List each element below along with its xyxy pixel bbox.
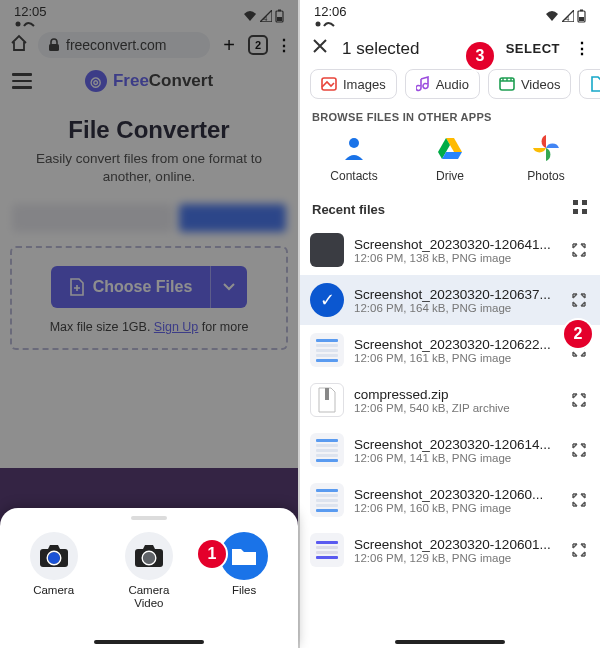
chip-documents[interactable]: Do [579,69,600,99]
status-bar: 12:05 4 [0,0,298,28]
sign-up-link[interactable]: Sign Up [154,320,198,334]
url-text: freeconvert.com [66,37,166,53]
folder-icon [230,545,258,567]
svg-rect-24 [325,388,329,400]
expand-icon[interactable] [568,392,590,408]
svg-rect-22 [573,209,578,214]
filter-chips: Images Audio Videos Do [300,69,600,109]
svg-point-7 [48,552,60,564]
camera-icon [39,544,69,568]
url-pill[interactable]: freeconvert.com [38,32,210,58]
file-meta: 12:06 PM, 161 kB, PNG image [354,352,558,364]
logo-mark-icon: ◎ [85,70,107,92]
file-name: Screenshot_20230320-120637... [354,287,558,302]
svg-rect-16 [579,17,584,21]
gesture-nav-bar[interactable] [395,640,505,644]
sheet-app-camera[interactable]: Camera [6,528,101,610]
gesture-nav-bar[interactable] [94,640,204,644]
svg-text:4: 4 [565,14,570,22]
battery-icon [275,9,284,23]
home-icon[interactable] [8,34,30,56]
chip-audio[interactable]: Audio [405,69,480,99]
max-size-note: Max file size 1GB. Sign Up for more [20,320,278,334]
file-list: Screenshot_20230320-120641...12:06 PM, 1… [300,225,600,575]
other-app-contacts[interactable]: Contacts [306,131,401,183]
audio-icon [416,76,430,92]
signal-icon: 4 [260,10,272,22]
battery-icon [577,9,586,23]
annotation-1: 1 [198,540,226,568]
file-row[interactable]: ✓Screenshot_20230320-120637...12:06 PM, … [300,275,600,325]
expand-icon[interactable] [568,542,590,558]
file-row[interactable]: Screenshot_20230320-120622...12:06 PM, 1… [300,325,600,375]
sheet-app-camera-video[interactable]: Camera Video [101,528,196,610]
upload-dropzone[interactable]: Choose Files Max file size 1GB. Sign Up … [10,246,288,350]
status-bar: 12:06 4 [300,0,600,28]
select-button[interactable]: SELECT [506,41,560,56]
file-meta: 12:06 PM, 540 kB, ZIP archive [354,402,558,414]
contacts-icon [342,135,366,161]
file-row[interactable]: Screenshot_20230320-120641...12:06 PM, 1… [300,225,600,275]
document-icon [590,76,600,92]
overflow-icon[interactable]: ⋮ [574,39,590,58]
grid-view-icon[interactable] [572,199,588,219]
svg-rect-15 [580,10,583,12]
expand-icon[interactable] [568,292,590,308]
other-app-drive[interactable]: Drive [402,131,497,183]
file-name: Screenshot_20230320-120641... [354,237,558,252]
drive-icon [437,137,463,159]
svg-point-10 [143,552,155,564]
tab-switcher[interactable]: 2 [248,35,268,55]
video-icon [499,77,515,91]
file-meta: 12:06 PM, 138 kB, PNG image [354,252,558,264]
clock: 12:05 [14,4,47,19]
annotation-2: 2 [564,320,592,348]
left-screenshot: 12:05 4 freeconvert.com + 2 ⋮ [0,0,300,648]
image-icon [321,77,337,91]
file-meta: 12:06 PM, 160 kB, PNG image [354,502,558,514]
blurred-toolbar [12,204,286,232]
expand-icon[interactable] [568,442,590,458]
other-app-photos[interactable]: Photos [498,131,593,183]
file-row[interactable]: Screenshot_20230320-12060...12:06 PM, 16… [300,475,600,525]
share-sheet: Camera Camera Video Files [0,508,298,648]
sheet-handle[interactable] [131,516,167,520]
expand-icon[interactable] [568,242,590,258]
selection-toolbar: 1 selected SELECT ⋮ [300,28,600,69]
file-meta: 12:06 PM, 129 kB, PNG image [354,552,558,564]
chip-videos[interactable]: Videos [488,69,572,99]
chip-images[interactable]: Images [310,69,397,99]
file-name: Screenshot_20230320-120614... [354,437,558,452]
choose-files-caret[interactable] [210,266,247,308]
svg-rect-21 [582,200,587,205]
file-meta: 12:06 PM, 141 kB, PNG image [354,452,558,464]
wifi-icon [243,10,257,22]
file-meta: 12:06 PM, 164 kB, PNG image [354,302,558,314]
svg-point-19 [349,138,359,148]
svg-point-0 [16,21,21,26]
clock: 12:06 [314,4,347,19]
svg-text:4: 4 [263,14,268,22]
recent-files-heading: Recent files [312,202,385,217]
close-icon[interactable] [312,38,328,59]
right-screenshot: 12:06 4 1 selected SELECT ⋮ Images [300,0,600,648]
site-logo[interactable]: ◎ FreeConvert [85,70,213,92]
notification-dots-icon [14,19,38,29]
expand-icon[interactable] [568,492,590,508]
file-row[interactable]: compressed.zip12:06 PM, 540 kB, ZIP arch… [300,375,600,425]
svg-rect-5 [49,44,59,51]
new-tab-button[interactable]: + [218,34,240,57]
browse-apps-heading: BROWSE FILES IN OTHER APPS [300,109,600,129]
browser-overflow-icon[interactable]: ⋮ [276,36,290,55]
wifi-icon [545,10,559,22]
svg-rect-20 [573,200,578,205]
file-name: Screenshot_20230320-120622... [354,337,558,352]
chevron-down-icon [223,283,235,291]
file-row[interactable]: Screenshot_20230320-120601...12:06 PM, 1… [300,525,600,575]
hamburger-icon[interactable] [12,73,32,89]
lock-icon [48,38,60,52]
page-subtitle: Easily convert files from one format to … [0,144,298,186]
choose-files-button[interactable]: Choose Files [51,266,248,308]
file-row[interactable]: Screenshot_20230320-120614...12:06 PM, 1… [300,425,600,475]
svg-rect-4 [277,17,282,21]
